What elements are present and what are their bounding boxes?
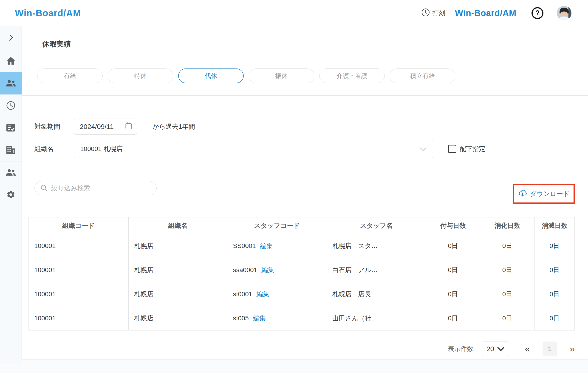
- search-input[interactable]: [51, 184, 151, 192]
- cell-used: 0日: [480, 258, 535, 282]
- cell-org-name: 札幌店: [128, 258, 227, 282]
- col-granted-days: 付与日数: [426, 217, 480, 234]
- results-table: 組織コード 組織名 スタッフコード スタッフ名 付与日数 消化日数 消滅日数 1…: [29, 217, 575, 330]
- edit-link[interactable]: 編集: [256, 290, 269, 298]
- download-button[interactable]: ダウンロード: [516, 189, 571, 199]
- list-check-icon: [6, 123, 15, 133]
- help-button[interactable]: ?: [532, 7, 544, 19]
- punch-clock-button[interactable]: 打刻: [420, 8, 447, 18]
- people-icon: [6, 80, 16, 87]
- cell-used: 0日: [480, 282, 535, 306]
- filters-section: 対象期間 2024/09/11 から過去1年間 組織名: [34, 118, 575, 158]
- cell-org-code: 100001: [29, 282, 129, 306]
- leave-type-tabs: 有給 特休 代休 振休 介護・看護 積立有給: [37, 68, 575, 83]
- tab-special-leave[interactable]: 特休: [108, 68, 173, 83]
- tab-substitute-leave[interactable]: 代休: [178, 68, 244, 83]
- col-staff-code: スタッフコード: [227, 217, 327, 234]
- sidebar-item-settings[interactable]: [0, 184, 21, 206]
- pagination: 表示件数 20 « 1 »: [29, 341, 575, 356]
- people-alt-icon: [6, 169, 16, 177]
- download-label: ダウンロード: [530, 189, 569, 198]
- staff-code-value: st0001: [233, 290, 252, 298]
- subordinate-checkbox[interactable]: [448, 145, 456, 153]
- tab-transferred-leave[interactable]: 振休: [249, 68, 314, 83]
- sidebar-toggle[interactable]: [0, 26, 21, 50]
- download-annotation-box: ダウンロード: [513, 184, 575, 204]
- staff-code-value: st005: [233, 315, 249, 322]
- app-logo[interactable]: Win-Board/AM: [15, 8, 81, 18]
- date-picker-field[interactable]: 2024/09/11: [74, 118, 137, 135]
- cell-granted: 0日: [426, 258, 480, 282]
- edit-link[interactable]: 編集: [261, 266, 274, 274]
- tab-care-leave[interactable]: 介護・看護: [319, 68, 385, 83]
- table-row: 100001 札幌店 SS0001編集 札幌店 スタ… 0日 0日 0日: [29, 234, 575, 258]
- brand-text: Win-Board/AM: [455, 8, 516, 18]
- results-table-section: 組織コード 組織名 スタッフコード スタッフ名 付与日数 消化日数 消滅日数 1…: [29, 217, 575, 330]
- table-header-row: 組織コード 組織名 スタッフコード スタッフ名 付与日数 消化日数 消滅日数: [29, 217, 575, 234]
- avatar[interactable]: [557, 6, 571, 21]
- per-page-select[interactable]: 20: [482, 341, 509, 356]
- edit-link[interactable]: 編集: [260, 242, 273, 249]
- main-area: 休暇実績 有給 特休 代休 振休 介護・看護 積立有給 対象期間 2024/09…: [22, 26, 588, 359]
- cell-expired: 0日: [535, 234, 575, 258]
- subordinate-label: 配下指定: [460, 145, 485, 153]
- col-used-days: 消化日数: [480, 217, 535, 234]
- org-select-value: 100001 札幌店: [80, 145, 123, 153]
- calendar-icon: [125, 122, 132, 131]
- sidebar-item-home[interactable]: [0, 50, 21, 72]
- col-expired-days: 消滅日数: [535, 217, 575, 234]
- period-label: 対象期間: [34, 122, 74, 131]
- date-value: 2024/09/11: [80, 123, 114, 130]
- cell-staff-code: ssa0001編集: [227, 258, 327, 282]
- table-row: 100001 札幌店 st005編集 山田さん（社… 0日 0日 0日: [29, 306, 575, 330]
- cell-org-code: 100001: [29, 234, 129, 258]
- cell-org-code: 100001: [29, 306, 129, 330]
- per-page-value: 20: [486, 345, 494, 353]
- org-select[interactable]: 100001 札幌店: [74, 140, 433, 158]
- next-page-button[interactable]: »: [570, 344, 575, 353]
- search-icon: [40, 184, 48, 192]
- col-org-code: 組織コード: [29, 217, 129, 234]
- question-mark-icon: ?: [536, 9, 540, 17]
- sidebar-item-time[interactable]: [0, 95, 21, 117]
- sidebar-item-tasks[interactable]: [0, 117, 21, 139]
- staff-code-value: ssa0001: [233, 266, 257, 274]
- cell-expired: 0日: [535, 258, 575, 282]
- app-body: 休暇実績 有給 特休 代休 振休 介護・看護 積立有給 対象期間 2024/09…: [0, 26, 588, 373]
- table-row: 100001 札幌店 ssa0001編集 白石店 アル… 0日 0日 0日: [29, 258, 575, 282]
- header-actions: 打刻 Win-Board/AM ?: [420, 6, 571, 21]
- section-divider: [22, 95, 588, 96]
- tab-paid-leave[interactable]: 有給: [37, 68, 103, 83]
- sidebar-item-staff[interactable]: [0, 72, 21, 95]
- app-header: Win-Board/AM 打刻 Win-Board/AM ?: [0, 0, 588, 26]
- sidebar-item-members[interactable]: [0, 161, 21, 184]
- cell-org-name: 札幌店: [128, 234, 227, 258]
- home-icon: [6, 56, 15, 66]
- building-icon: [6, 146, 16, 155]
- prev-page-button[interactable]: «: [525, 344, 530, 353]
- cell-granted: 0日: [426, 234, 480, 258]
- chevron-down-icon: [420, 145, 426, 153]
- edit-link[interactable]: 編集: [253, 315, 266, 322]
- sidebar: [0, 26, 22, 364]
- per-page-label: 表示件数: [448, 344, 474, 353]
- table-row: 100001 札幌店 st0001編集 札幌店 店長 0日 0日 0日: [29, 282, 575, 306]
- staff-code-value: SS0001: [233, 242, 256, 249]
- page-title: 休暇実績: [42, 26, 575, 49]
- cell-expired: 0日: [535, 306, 575, 330]
- cell-granted: 0日: [426, 306, 480, 330]
- current-page[interactable]: 1: [543, 341, 557, 356]
- chevron-right-icon: [6, 33, 15, 43]
- gear-icon: [6, 190, 15, 200]
- cell-staff-name: 山田さん（社…: [327, 306, 426, 330]
- search-box: [34, 181, 157, 195]
- tab-accumulated-leave[interactable]: 積立有給: [390, 68, 455, 83]
- clock-icon: [421, 8, 430, 18]
- sidebar-item-company[interactable]: [0, 139, 21, 161]
- cloud-download-icon: [518, 189, 527, 198]
- col-staff-name: スタッフ名: [327, 217, 426, 234]
- col-org-name: 組織名: [128, 217, 227, 234]
- cell-staff-name: 札幌店 店長: [327, 282, 426, 306]
- cell-used: 0日: [480, 234, 535, 258]
- org-label: 組織名: [34, 145, 74, 153]
